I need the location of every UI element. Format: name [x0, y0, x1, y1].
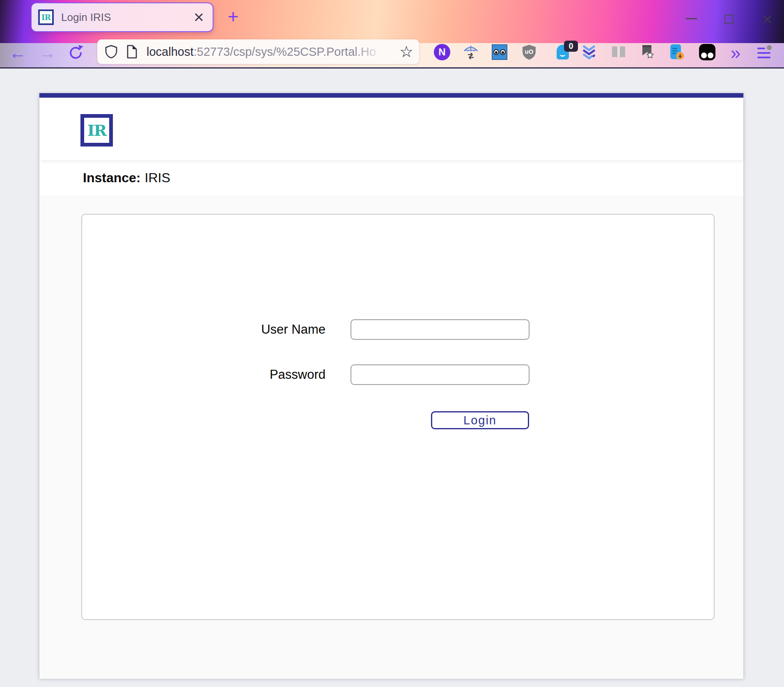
- svg-text:uO: uO: [525, 48, 534, 55]
- back-button[interactable]: ←: [8, 41, 27, 65]
- forward-button[interactable]: →: [38, 41, 57, 65]
- reload-icon: [67, 44, 85, 61]
- login-button[interactable]: Login: [431, 411, 529, 429]
- window-close-button[interactable]: [762, 14, 772, 24]
- toolbar-overflow-button[interactable]: »: [727, 41, 744, 65]
- brand-top-bar: [39, 93, 743, 98]
- page-background: IR Instance:IRIS User Name Password Logi…: [0, 69, 784, 687]
- iris-logo: IR: [80, 114, 113, 147]
- extension-docdownload-button[interactable]: [668, 44, 685, 61]
- username-input[interactable]: [351, 319, 530, 340]
- username-label: User Name: [82, 322, 326, 337]
- tab-close-icon[interactable]: [194, 12, 204, 22]
- instance-value: IRIS: [144, 170, 170, 185]
- extension-mask-button[interactable]: [699, 44, 716, 61]
- extension-ublock-button[interactable]: uO: [520, 44, 538, 61]
- tab-favicon-icon: IR: [38, 9, 54, 25]
- bookmark-star-icon: [639, 44, 656, 60]
- extension-n-button[interactable]: N: [433, 44, 451, 61]
- umbrella-sync-icon: [463, 44, 479, 61]
- extension-googly-button[interactable]: [491, 44, 508, 61]
- extension-ghostery-button[interactable]: 0: [554, 44, 571, 61]
- shield-permissions-icon[interactable]: [105, 45, 118, 59]
- window-maximize-button[interactable]: [724, 15, 734, 24]
- url-fade-overlay: [354, 40, 395, 63]
- ublock-shield-icon: uO: [521, 44, 537, 60]
- open-book-icon: [610, 44, 627, 60]
- tab-title: Login IRIS: [61, 11, 194, 24]
- black-mask-icon: [699, 44, 715, 60]
- instance-row: Instance:IRIS: [39, 160, 743, 195]
- ghostery-badge: 0: [564, 41, 578, 52]
- card-header: IR: [39, 98, 743, 160]
- url-text[interactable]: localhost:52773/csp/sys/%25CSP.Portal.Ho…: [147, 39, 376, 64]
- url-path: :52773/csp/sys/%25CSP.Portal.Home.zen: [193, 45, 376, 58]
- browser-chrome: IR Login IRIS + ← → localhost:52773/csp/…: [0, 0, 784, 69]
- ghost-icon: 0: [557, 45, 569, 60]
- bookmark-star-icon[interactable]: ☆: [399, 39, 413, 64]
- window-minimize-button[interactable]: [686, 18, 697, 19]
- n-circle-icon: N: [434, 44, 450, 60]
- login-card: IR Instance:IRIS User Name Password Logi…: [39, 93, 744, 678]
- googly-eyes-icon: [492, 44, 507, 60]
- chevrons-icon: [581, 44, 597, 60]
- browser-tab[interactable]: IR Login IRIS: [31, 2, 213, 32]
- menu-button[interactable]: [757, 46, 771, 61]
- url-bar[interactable]: localhost:52773/csp/sys/%25CSP.Portal.Ho…: [97, 39, 419, 64]
- login-panel: User Name Password Login: [81, 214, 715, 620]
- instance-label: Instance:: [83, 170, 140, 185]
- page-info-icon[interactable]: [126, 45, 138, 59]
- card-body: User Name Password Login: [39, 195, 743, 679]
- extension-chevrons-button[interactable]: [580, 44, 598, 61]
- extension-sync-button[interactable]: [462, 44, 479, 61]
- menu-status-dot: [767, 45, 772, 50]
- url-host: localhost: [147, 45, 193, 58]
- extension-book-button[interactable]: [610, 44, 627, 61]
- reload-button[interactable]: [67, 44, 86, 68]
- new-tab-button[interactable]: +: [224, 7, 242, 26]
- extension-bookmark-button[interactable]: [639, 44, 656, 61]
- document-download-icon: [669, 44, 685, 61]
- password-input[interactable]: [351, 364, 530, 385]
- password-label: Password: [82, 367, 326, 382]
